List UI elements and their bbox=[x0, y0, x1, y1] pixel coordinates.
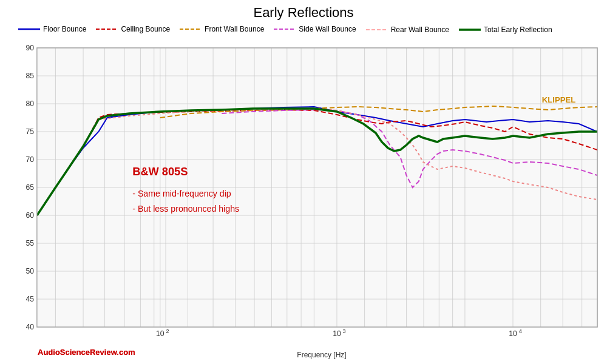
svg-text:85: 85 bbox=[25, 72, 34, 80]
watermark: AudioScienceReview.com bbox=[38, 348, 135, 357]
legend-floor-bounce: Floor Bounce bbox=[18, 25, 86, 33]
legend-label-rear-wall: Rear Wall Bounce bbox=[391, 25, 449, 34]
legend: Floor Bounce Ceiling Bounce Front Wall B… bbox=[0, 22, 607, 36]
plot-svg: 90 85 80 75 70 65 60 55 50 45 40 10 2 10… bbox=[37, 48, 597, 327]
plot-area: 90 85 80 75 70 65 60 55 50 45 40 10 2 10… bbox=[36, 47, 598, 328]
svg-text:4: 4 bbox=[519, 328, 522, 334]
svg-text:10: 10 bbox=[333, 329, 341, 338]
chart-container: Early Reflections Floor Bounce Ceiling B… bbox=[0, 0, 607, 364]
legend-ceiling-bounce: Ceiling Bounce bbox=[96, 25, 170, 33]
svg-text:65: 65 bbox=[25, 183, 34, 192]
svg-text:55: 55 bbox=[25, 239, 34, 248]
annotation-line1: - Same mid-frequency dip bbox=[132, 189, 231, 198]
svg-text:45: 45 bbox=[25, 295, 34, 303]
legend-front-wall: Front Wall Bounce bbox=[180, 25, 264, 33]
svg-text:50: 50 bbox=[25, 267, 34, 275]
annotation-model: B&W 805S bbox=[132, 166, 188, 178]
legend-label-floor: Floor Bounce bbox=[43, 25, 86, 33]
svg-text:75: 75 bbox=[25, 127, 34, 136]
legend-label-ceiling: Ceiling Bounce bbox=[121, 25, 170, 33]
svg-text:2: 2 bbox=[166, 328, 169, 334]
svg-text:10: 10 bbox=[509, 329, 517, 338]
annotation-line2: - But less pronounced highs bbox=[132, 204, 239, 214]
legend-label-front-wall: Front Wall Bounce bbox=[205, 25, 264, 33]
svg-text:90: 90 bbox=[25, 44, 34, 52]
legend-label-side-wall: Side Wall Bounce bbox=[299, 25, 356, 33]
svg-text:70: 70 bbox=[25, 155, 34, 164]
legend-side-wall: Side Wall Bounce bbox=[274, 25, 356, 33]
svg-text:3: 3 bbox=[343, 328, 346, 334]
x-axis-label: Frequency [Hz] bbox=[297, 351, 346, 359]
klippel-label: KLIPPEL bbox=[542, 95, 576, 104]
svg-text:60: 60 bbox=[25, 211, 34, 220]
legend-total-early: Total Early Reflection bbox=[459, 25, 552, 34]
svg-text:10: 10 bbox=[156, 329, 164, 338]
legend-rear-wall: Rear Wall Bounce bbox=[366, 25, 449, 34]
svg-text:80: 80 bbox=[25, 99, 34, 108]
legend-label-total: Total Early Reflection bbox=[484, 25, 552, 34]
svg-text:40: 40 bbox=[25, 323, 34, 331]
chart-title: Early Reflections bbox=[0, 0, 607, 21]
